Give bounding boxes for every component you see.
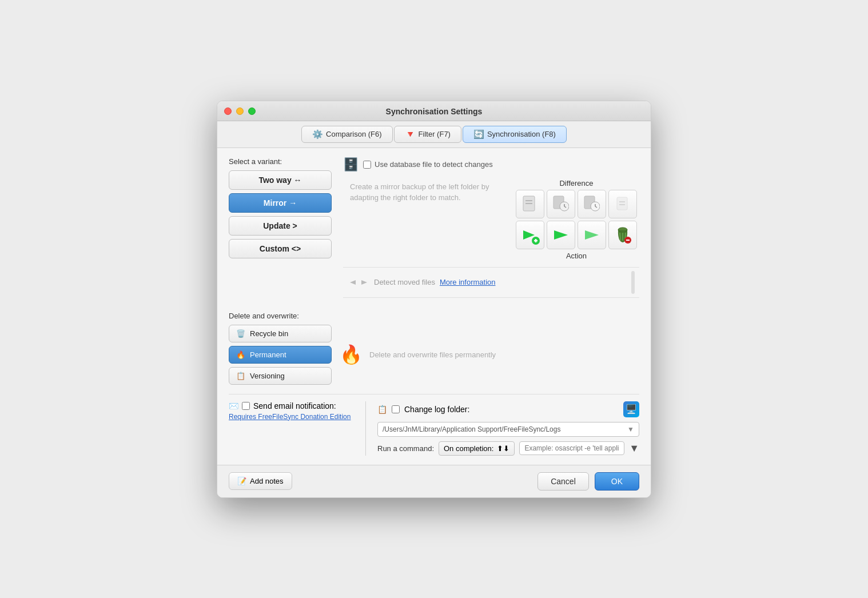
notes-icon: 📝	[237, 477, 246, 485]
action-overwrite[interactable]	[547, 221, 575, 249]
log-path-field[interactable]: /Users/JnM/Library/Application Support/F…	[377, 422, 639, 437]
diff-icon-file-left[interactable]	[516, 190, 544, 218]
action-icons	[513, 221, 639, 249]
tab-synchronisation[interactable]: 🔄 Synchronisation (F8)	[463, 126, 567, 143]
recycle-label: Recycle bin	[250, 329, 288, 338]
delete-overwrite-label: Delete and overwrite:	[229, 312, 639, 320]
database-checkbox[interactable]	[363, 161, 371, 169]
cancel-button[interactable]: Cancel	[537, 472, 589, 491]
main-area: Select a variant: Two way ↔ Mirror → Upd…	[229, 157, 639, 305]
moved-files-label: Detect moved files	[374, 278, 435, 286]
window-title: Synchronisation Settings	[386, 107, 483, 116]
email-section: ✉️ Send email notification: Requires Fre…	[229, 401, 366, 456]
difference-label: Difference	[513, 179, 639, 188]
variant-custom[interactable]: Custom <>	[229, 239, 332, 258]
log-row: 📋 Change log folder: 🖥️	[377, 401, 639, 417]
command-select-label: On completion:	[444, 444, 493, 453]
permanent-label: Permanent	[250, 350, 286, 359]
footer-right: Cancel OK	[537, 472, 639, 491]
close-button[interactable]	[224, 107, 232, 115]
action-copy-new[interactable]	[516, 221, 544, 249]
moved-arrows	[348, 277, 369, 288]
diff-icon-file-clock[interactable]	[547, 190, 575, 218]
email-icon: ✉️	[229, 401, 238, 410]
command-label: Run a command:	[377, 444, 434, 453]
footer: 📝 Add notes Cancel OK	[217, 465, 651, 497]
fire-icon: 🔥	[340, 344, 363, 365]
recycle-icon: 🗑️	[236, 329, 245, 338]
scrollbar[interactable]	[631, 271, 635, 294]
diff-icon-file-ghost[interactable]	[608, 190, 637, 218]
tab-sync-label: Synchronisation (F8)	[487, 130, 556, 138]
svg-rect-11	[617, 197, 627, 210]
sync-icon: 🔄	[473, 129, 484, 139]
database-row: 🗄️ Use database file to detect changes	[343, 157, 639, 172]
log-checkbox[interactable]	[392, 405, 400, 413]
ok-button[interactable]: OK	[595, 472, 639, 491]
email-label: Send email notification:	[253, 401, 336, 410]
variant-mirror[interactable]: Mirror →	[229, 193, 332, 213]
add-notes-label: Add notes	[250, 477, 284, 485]
delete-options: 🗑️ Recycle bin 🔥 Permanent 📋 Versioning	[229, 325, 332, 385]
versioning-btn[interactable]: 📋 Versioning	[229, 367, 332, 385]
tab-bar: ⚙️ Comparison (F6) 🔻 Filter (F7) 🔄 Synch…	[217, 121, 651, 148]
tab-comparison-label: Comparison (F6)	[326, 130, 382, 138]
svg-marker-25	[361, 280, 367, 285]
svg-marker-19	[585, 230, 599, 240]
command-dropdown-arrow[interactable]: ▼	[629, 442, 639, 455]
tab-filter-label: Filter (F7)	[419, 130, 451, 138]
email-row: ✉️ Send email notification:	[229, 401, 356, 410]
variant-label: Select a variant:	[229, 157, 332, 166]
variant-two-way[interactable]: Two way ↔	[229, 170, 332, 190]
versioning-icon: 📋	[236, 372, 245, 380]
recycle-btn[interactable]: 🗑️ Recycle bin	[229, 325, 332, 342]
minimize-button[interactable]	[236, 107, 244, 115]
delete-desc-text: Delete and overwrite files permanently	[369, 350, 496, 359]
more-information-link[interactable]: More information	[440, 278, 496, 286]
moved-files-row: Detect moved files More information	[343, 267, 639, 298]
versioning-label: Versioning	[250, 372, 285, 380]
log-icon: 📋	[377, 405, 387, 414]
diff-action-grid: Difference	[513, 179, 639, 260]
main-window: Synchronisation Settings ⚙️ Comparison (…	[217, 101, 651, 498]
svg-marker-18	[554, 230, 568, 240]
window-controls	[224, 107, 256, 115]
delete-description: 🔥 Delete and overwrite files permanently	[340, 325, 639, 385]
delete-row: 🗑️ Recycle bin 🔥 Permanent 📋 Versioning …	[229, 325, 639, 385]
log-label: Change log folder:	[404, 405, 469, 414]
permanent-icon: 🔥	[236, 350, 245, 359]
titlebar: Synchronisation Settings	[217, 101, 651, 121]
command-row: Run a command: On completion: ⬆⬇ ▼	[377, 441, 639, 456]
delete-section: Delete and overwrite: 🗑️ Recycle bin 🔥 P…	[229, 312, 639, 385]
command-select[interactable]: On completion: ⬆⬇	[439, 441, 515, 456]
action-overwrite2[interactable]	[578, 221, 606, 249]
database-checkbox-label[interactable]: Use database file to detect changes	[363, 160, 493, 169]
donation-link[interactable]: Requires FreeFileSync Donation Edition	[229, 413, 356, 421]
database-icon: 🗄️	[343, 157, 359, 172]
log-path-text: /Users/JnM/Library/Application Support/F…	[383, 425, 627, 433]
database-label-text: Use database file to detect changes	[375, 160, 493, 169]
finder-icon[interactable]: 🖥️	[623, 401, 639, 417]
tab-comparison[interactable]: ⚙️ Comparison (F6)	[301, 126, 393, 143]
command-select-arrows: ⬆⬇	[497, 444, 509, 453]
permanent-btn[interactable]: 🔥 Permanent	[229, 346, 332, 364]
left-panel: Select a variant: Two way ↔ Mirror → Upd…	[229, 157, 332, 305]
variant-description: Create a mirror backup of the left folde…	[343, 177, 504, 208]
command-input[interactable]	[519, 441, 624, 455]
filter-icon: 🔻	[405, 129, 416, 139]
variant-update[interactable]: Update >	[229, 216, 332, 236]
svg-marker-24	[350, 280, 356, 285]
right-panel: 🗄️ Use database file to detect changes C…	[343, 157, 639, 305]
log-section: 📋 Change log folder: 🖥️ /Users/JnM/Libra…	[377, 401, 639, 456]
main-content: Select a variant: Two way ↔ Mirror → Upd…	[217, 148, 651, 465]
log-dropdown-arrow: ▼	[627, 425, 634, 433]
maximize-button[interactable]	[248, 107, 256, 115]
action-label: Action	[513, 252, 639, 260]
tab-filter[interactable]: 🔻 Filter (F7)	[394, 126, 461, 143]
difference-icons	[513, 190, 639, 218]
action-delete[interactable]	[608, 221, 637, 249]
diff-icon-file-clock2[interactable]	[578, 190, 606, 218]
email-checkbox[interactable]	[242, 402, 250, 410]
add-notes-button[interactable]: 📝 Add notes	[229, 472, 292, 490]
bottom-section: ✉️ Send email notification: Requires Fre…	[229, 394, 639, 456]
